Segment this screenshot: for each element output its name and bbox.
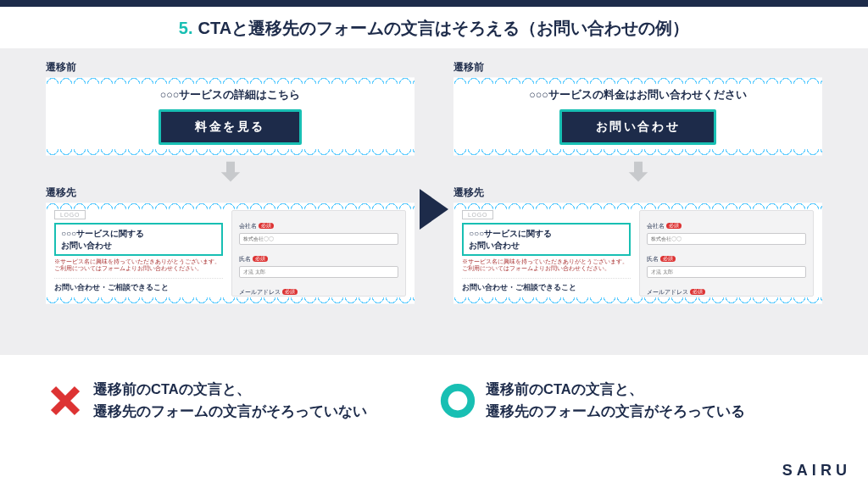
example-left: 遷移前 ○○○サービスの詳細はこちら 料金を見る 遷移先 LOGO ○○○サービ… — [46, 60, 415, 355]
label-after: 遷移先 — [453, 186, 822, 200]
field-label-company: 会社名 — [647, 222, 665, 230]
form-panel: 会社名必須 氏名必須 メールアドレス必須 — [231, 210, 406, 297]
form-subheading: お問い合わせ・ご相談できること — [54, 278, 223, 293]
cta-copy-right: ○○○サービスの料金はお問い合わせください — [469, 88, 807, 103]
title-number: 5. — [179, 19, 193, 37]
company-input[interactable] — [239, 233, 398, 245]
chevron-right-icon — [420, 189, 448, 230]
page-title: 5.CTAと遷移先のフォームの文言はそろえる（お問い合わせの例） — [0, 7, 868, 48]
brand-logo: SAIRU — [782, 462, 851, 480]
label-before: 遷移前 — [453, 60, 822, 75]
cross-icon — [47, 383, 83, 419]
form-heading: ○○○サービスに関する お問い合わせ — [54, 223, 223, 256]
title-text: CTAと遷移先のフォームの文言はそろえる（お問い合わせの例） — [198, 19, 690, 37]
label-after: 遷移先 — [46, 186, 415, 200]
label-before: 遷移前 — [46, 60, 415, 75]
top-bar — [0, 0, 868, 7]
conclusion-row: 遷移前のCTAの文言と、 遷移先のフォームの文言がそろっていない 遷移前のCTA… — [0, 355, 868, 422]
down-arrow-icon — [46, 158, 415, 184]
field-label-name: 氏名 — [647, 255, 659, 263]
logo-placeholder: LOGO — [462, 210, 493, 219]
form-note: ※サービス名に興味を持っていただきありがとうございます。 ご利用についてはフォー… — [462, 258, 631, 273]
example-right: 遷移前 ○○○サービスの料金はお問い合わせください お問い合わせ 遷移先 LOG… — [453, 60, 822, 355]
circle-icon — [440, 383, 476, 419]
form-subheading: お問い合わせ・ご相談できること — [462, 278, 631, 293]
field-label-company: 会社名 — [239, 222, 257, 230]
svg-point-0 — [444, 387, 471, 414]
comparison-band: 遷移前 ○○○サービスの詳細はこちら 料金を見る 遷移先 LOGO ○○○サービ… — [0, 48, 868, 355]
company-input[interactable] — [647, 233, 806, 245]
before-card-right: ○○○サービスの料金はお問い合わせください お問い合わせ — [453, 78, 822, 155]
required-badge: 必須 — [253, 256, 268, 262]
required-badge: 必須 — [660, 256, 676, 262]
required-badge: 必須 — [282, 289, 298, 295]
cta-button-left[interactable]: 料金を見る — [159, 109, 302, 145]
required-badge: 必須 — [259, 223, 274, 229]
cta-copy-left: ○○○サービスの詳細はこちら — [61, 88, 399, 103]
field-label-email: メールアドレス — [239, 288, 281, 297]
required-badge: 必須 — [690, 289, 705, 295]
name-input[interactable] — [239, 266, 398, 278]
after-card-right: LOGO ○○○サービスに関する お問い合わせ ※サービス名に興味を持っていただ… — [453, 203, 822, 303]
form-heading: ○○○サービスに関する お問い合わせ — [462, 223, 631, 256]
field-label-name: 氏名 — [239, 255, 251, 263]
form-panel: 会社名必須 氏名必須 メールアドレス必須 — [639, 210, 814, 297]
name-input[interactable] — [647, 266, 806, 278]
form-note: ※サービス名に興味を持っていただきありがとうございます。 ご利用についてはフォー… — [54, 258, 223, 273]
field-label-email: メールアドレス — [647, 288, 688, 297]
conclusion-good-text: 遷移前のCTAの文言と、 遷移先のフォームの文言がそろっている — [486, 379, 745, 422]
cta-button-right[interactable]: お問い合わせ — [559, 109, 716, 145]
down-arrow-icon — [453, 158, 822, 184]
conclusion-bad-text: 遷移前のCTAの文言と、 遷移先のフォームの文言がそろっていない — [93, 379, 367, 422]
after-card-left: LOGO ○○○サービスに関する お問い合わせ ※サービス名に興味を持っていただ… — [46, 203, 415, 303]
conclusion-good: 遷移前のCTAの文言と、 遷移先のフォームの文言がそろっている — [440, 379, 821, 422]
conclusion-bad: 遷移前のCTAの文言と、 遷移先のフォームの文言がそろっていない — [47, 379, 428, 422]
required-badge: 必須 — [666, 223, 682, 229]
before-card-left: ○○○サービスの詳細はこちら 料金を見る — [46, 78, 415, 155]
logo-placeholder: LOGO — [54, 210, 86, 219]
